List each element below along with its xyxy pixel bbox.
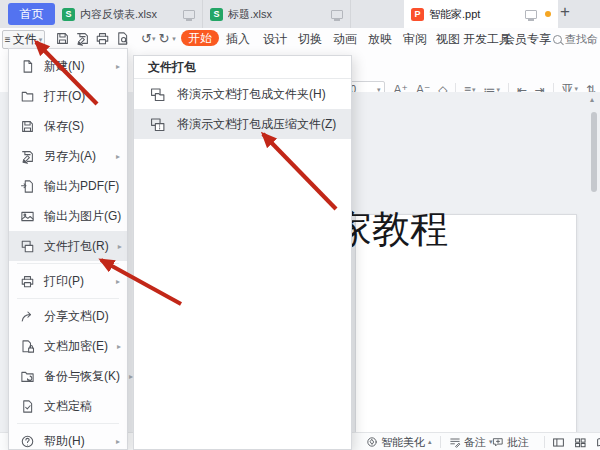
menu-item-icon (20, 309, 35, 324)
scrollbar-thumb[interactable] (591, 112, 597, 192)
beautify-label: 智能美化 (381, 435, 425, 450)
comment-icon (492, 436, 504, 448)
file-menu-item[interactable]: 保存(S) (9, 111, 127, 141)
home-button[interactable]: 首页 (8, 3, 55, 25)
new-tab-button[interactable]: + (560, 2, 570, 22)
screencast-icon[interactable] (525, 10, 537, 19)
screencast-icon[interactable] (331, 10, 343, 19)
submenu-arrow-icon: ▸ (116, 437, 120, 446)
ribbon-tab[interactable]: 会员专享 (503, 31, 551, 48)
find-command-box[interactable]: 查找命 (553, 32, 600, 47)
tab-title: 标题.xlsx (228, 7, 327, 22)
submenu-arrow-icon: ▸ (118, 242, 122, 251)
ribbon-tab[interactable]: 放映 (368, 31, 392, 48)
menu-item-icon (20, 119, 35, 134)
ribbon-tab[interactable]: 视图 (436, 31, 460, 48)
tab-title: 内容反馈表.xlsx (80, 7, 179, 22)
menu-item-icon (20, 239, 35, 254)
file-menu-item[interactable]: 打开(O) (9, 81, 127, 111)
ribbon-tab[interactable]: 动画 (333, 31, 357, 48)
ribbon-tab-strip: 开始 插入 设计 切换 动画 放映 审阅 视图 开发工具 会员专享 (0, 28, 600, 48)
search-icon (553, 35, 562, 44)
file-menu-entry: 保存(S) (9, 111, 127, 141)
file-menu-entry: 文件打包(R) ▸ (9, 231, 127, 264)
file-menu-item[interactable]: 新建(N) ▸ (9, 51, 127, 81)
search-label: 查找命 (565, 32, 598, 47)
menu-item-icon (20, 209, 35, 224)
unsaved-dot-icon (545, 11, 551, 17)
submenu-item[interactable]: 将演示文档打包成压缩文件(Z) (134, 109, 351, 139)
submenu-item-label: 将演示文档打包成压缩文件(Z) (177, 116, 336, 133)
file-menu-item[interactable]: 打印(P) ▸ (9, 266, 127, 296)
submenu-arrow-icon: ▸ (116, 62, 120, 71)
document-tab[interactable]: S 内容反馈表.xlsx (55, 0, 203, 28)
file-package-submenu: 文件打包 将演示文档打包成文件夹(H) 将演示文档打包成压缩文件(Z) (133, 55, 352, 450)
menu-item-icon (20, 434, 35, 449)
menu-item-label: 打开(O) (44, 88, 121, 105)
submenu-arrow-icon: ▸ (116, 277, 120, 286)
submenu-title: 文件打包 (134, 56, 351, 78)
ribbon-tab[interactable]: 设计 (263, 31, 287, 48)
submenu-item-label: 将演示文档打包成文件夹(H) (177, 86, 326, 103)
file-menu-entry: 文档加密(E) ▸ (9, 331, 127, 361)
menu-item-icon (20, 274, 35, 289)
file-menu-item[interactable]: 文档加密(E) ▸ (9, 331, 127, 361)
reading-view-icon[interactable] (596, 436, 600, 449)
file-menu-entry: 输出为图片(G) (9, 201, 127, 231)
tab-title: 智能家.ppt (429, 7, 521, 22)
file-menu-item[interactable]: 帮助(H) ▸ (9, 426, 127, 450)
comments-label: 批注 (507, 435, 529, 450)
notes-icon (449, 436, 461, 448)
menu-item-label: 帮助(H) (44, 433, 107, 450)
file-menu-item[interactable]: 文件打包(R) ▸ (9, 231, 127, 261)
open-document-tabs: S 内容反馈表.xlsx S 标题.xlsx P 智能家.ppt (55, 0, 558, 28)
menu-item-label: 输出为PDF(F) (44, 178, 121, 195)
menu-item-icon (20, 89, 35, 104)
file-type-icon: S (210, 8, 223, 21)
package-icon (149, 116, 166, 133)
document-tab[interactable]: S 标题.xlsx (203, 0, 351, 28)
file-menu-dropdown: 新建(N) ▸ 打开(O) (8, 48, 128, 450)
menu-item-label: 输出为图片(G) (44, 208, 121, 225)
file-menu-item[interactable]: 输出为图片(G) (9, 201, 127, 231)
file-type-icon: S (62, 8, 75, 21)
menu-separator (17, 298, 119, 299)
vertical-scrollbar[interactable]: ▴ (589, 92, 600, 432)
file-type-icon: P (411, 8, 424, 21)
ribbon-tab[interactable]: 插入 (226, 31, 250, 48)
package-icon (149, 86, 166, 103)
file-menu-item[interactable]: 输出为PDF(F) (9, 171, 127, 201)
menu-item-label: 另存为(A) (44, 148, 107, 165)
file-menu-item[interactable]: 备份与恢复(K) ▸ (9, 361, 127, 391)
file-menu-entry: 输出为PDF(F) (9, 171, 127, 201)
notes-button[interactable]: 备注 ▾ (449, 433, 493, 450)
menu-item-label: 保存(S) (44, 118, 121, 135)
menu-item-icon (20, 339, 35, 354)
beautify-icon (366, 436, 378, 448)
document-tab[interactable]: P 智能家.ppt (404, 0, 558, 28)
screencast-icon[interactable] (183, 10, 195, 19)
normal-view-icon[interactable] (552, 436, 565, 449)
menu-item-label: 新建(N) (44, 58, 107, 75)
submenu-item[interactable]: 将演示文档打包成文件夹(H) (134, 79, 351, 109)
file-menu-entry: 打印(P) ▸ (9, 266, 127, 299)
ribbon-tab[interactable]: 审阅 (403, 31, 427, 48)
slide-sorter-icon[interactable] (574, 436, 587, 449)
file-menu-entry: 另存为(A) ▸ (9, 141, 127, 171)
notes-label: 备注 (464, 435, 486, 450)
file-menu-item[interactable]: 文档定稿 (9, 391, 127, 421)
menu-item-label: 文档定稿 (44, 398, 121, 415)
menu-separator (17, 263, 119, 264)
menu-item-icon (20, 179, 35, 194)
comments-button[interactable]: 批注 (492, 433, 529, 450)
divider (440, 436, 441, 448)
ribbon-tab[interactable]: 切换 (298, 31, 322, 48)
scroll-up-icon[interactable]: ▴ (590, 95, 594, 104)
file-menu-item[interactable]: 另存为(A) ▸ (9, 141, 127, 171)
file-menu-entry: 分享文档(D) (9, 301, 127, 331)
ribbon-tab-start[interactable]: 开始 (181, 30, 219, 46)
submenu-arrow-icon: ▸ (116, 152, 120, 161)
menu-item-label: 文件打包(R) (44, 238, 109, 255)
smart-beautify-button[interactable]: 智能美化 ▴ (366, 433, 432, 450)
file-menu-item[interactable]: 分享文档(D) (9, 301, 127, 331)
